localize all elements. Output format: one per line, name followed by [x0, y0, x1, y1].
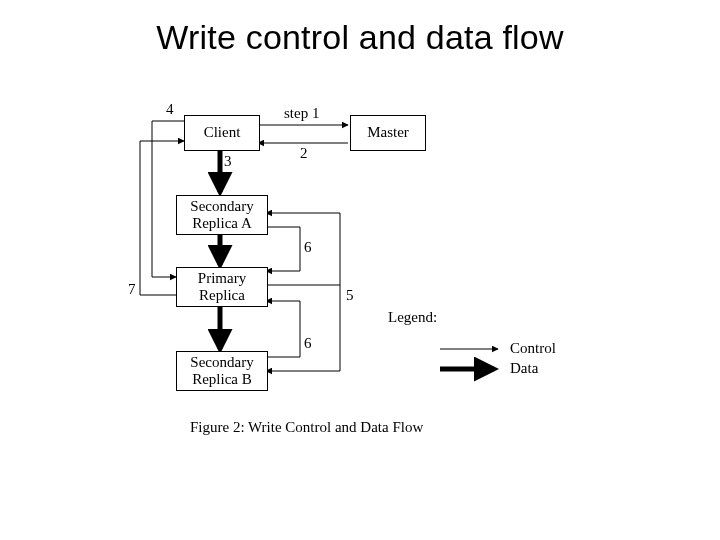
diagram-stage: Client Master Secondary Replica A Primar… [0, 57, 720, 537]
arrow-step6-top [266, 227, 300, 271]
node-secondary-b: Secondary Replica B [176, 351, 268, 391]
node-master: Master [350, 115, 426, 151]
arrow-step5-down [266, 285, 340, 371]
label-step7: 7 [128, 281, 136, 298]
arrow-step6-bottom [266, 301, 300, 357]
node-client: Client [184, 115, 260, 151]
node-primary: Primary Replica [176, 267, 268, 307]
figure-caption: Figure 2: Write Control and Data Flow [190, 419, 423, 436]
node-secondary-a: Secondary Replica A [176, 195, 268, 235]
label-step2: 2 [300, 145, 308, 162]
legend-title: Legend: [388, 309, 437, 326]
legend-data-label: Data [510, 360, 538, 377]
label-step6b: 6 [304, 335, 312, 352]
page-title: Write control and data flow [0, 0, 720, 57]
label-step5: 5 [346, 287, 354, 304]
label-step1: step 1 [284, 105, 319, 122]
legend-control-label: Control [510, 340, 556, 357]
label-step6a: 6 [304, 239, 312, 256]
label-step3: 3 [224, 153, 232, 170]
label-step4: 4 [166, 101, 174, 118]
arrow-step5-up [266, 213, 340, 285]
